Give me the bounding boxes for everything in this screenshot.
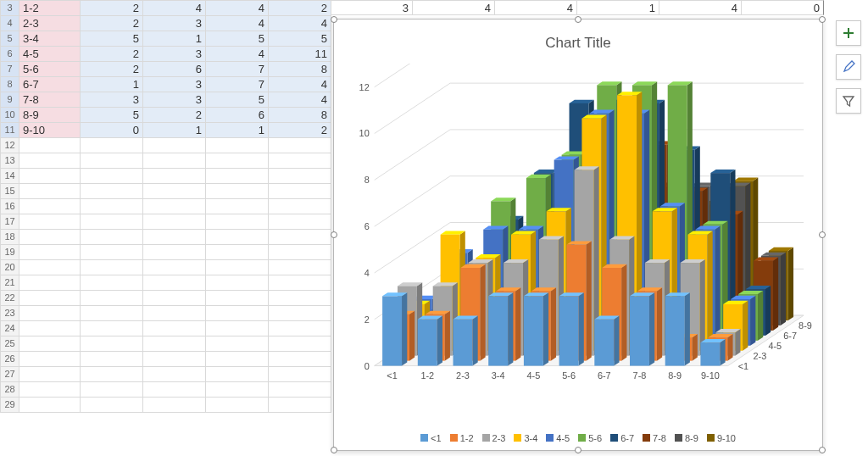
cell[interactable] <box>19 153 81 169</box>
chart-filter-button[interactable] <box>836 88 861 114</box>
cell[interactable]: 4 <box>495 0 577 15</box>
cell[interactable] <box>19 306 81 321</box>
cell[interactable] <box>19 321 81 336</box>
row-header[interactable]: 9 <box>1 92 19 108</box>
cell[interactable] <box>19 275 81 291</box>
row-header[interactable]: 13 <box>1 153 19 169</box>
cell[interactable] <box>143 398 206 413</box>
cell[interactable]: 5 <box>81 31 143 47</box>
table-row[interactable]: 75-62678 <box>1 62 331 77</box>
legend-item[interactable]: 3-4 <box>514 433 537 443</box>
cell[interactable] <box>19 214 81 230</box>
row-header[interactable]: 23 <box>1 306 19 321</box>
cell[interactable] <box>81 352 143 367</box>
cell[interactable] <box>143 230 206 245</box>
cell[interactable] <box>81 336 143 352</box>
resize-handle-w[interactable] <box>331 231 337 238</box>
legend-item[interactable]: 6-7 <box>610 433 634 443</box>
table-row[interactable]: 13 <box>1 153 331 169</box>
cell[interactable] <box>269 306 331 321</box>
legend-item[interactable]: 1-2 <box>450 433 474 443</box>
table-row[interactable]: 119-100112 <box>1 123 331 138</box>
worksheet-grid[interactable]: 31-2244242-3234453-4515564-52341175-6267… <box>0 0 331 413</box>
table-row[interactable]: 17 <box>1 214 331 230</box>
table-row[interactable]: 108-95268 <box>1 108 331 123</box>
chart-styles-button[interactable] <box>836 54 861 80</box>
row-header[interactable]: 11 <box>1 123 19 138</box>
resize-handle-nw[interactable] <box>331 16 337 23</box>
table-row[interactable]: 25 <box>1 336 331 352</box>
table-row[interactable]: 16 <box>1 199 331 214</box>
cell[interactable]: 4 <box>206 47 269 62</box>
cell[interactable]: 3 <box>143 47 206 62</box>
cell[interactable] <box>206 230 269 245</box>
cell[interactable]: 4 <box>206 1 269 16</box>
cell[interactable] <box>19 291 81 306</box>
cell[interactable] <box>81 306 143 321</box>
cell[interactable] <box>206 245 269 260</box>
cell[interactable] <box>19 398 81 413</box>
cell[interactable] <box>19 138 81 153</box>
cell[interactable] <box>19 352 81 367</box>
cell[interactable] <box>206 169 269 184</box>
cell[interactable]: 9-10 <box>19 123 81 138</box>
cell[interactable] <box>269 214 331 230</box>
cell[interactable] <box>269 199 331 214</box>
table-row[interactable]: 18 <box>1 230 331 245</box>
legend-item[interactable]: 2-3 <box>482 433 506 443</box>
cell[interactable]: 0 <box>742 0 824 15</box>
cell[interactable]: 3-4 <box>19 31 81 47</box>
table-row[interactable]: 53-45155 <box>1 31 331 47</box>
cell[interactable] <box>19 230 81 245</box>
cell[interactable] <box>19 260 81 275</box>
cell[interactable] <box>143 153 206 169</box>
table-row[interactable]: 24 <box>1 321 331 336</box>
cell[interactable] <box>19 367 81 382</box>
cell[interactable] <box>143 291 206 306</box>
row-header[interactable]: 21 <box>1 275 19 291</box>
cell[interactable] <box>269 153 331 169</box>
cell[interactable] <box>81 275 143 291</box>
cell[interactable] <box>143 169 206 184</box>
cell[interactable]: 3 <box>143 92 206 108</box>
cell[interactable] <box>206 306 269 321</box>
row-header[interactable]: 25 <box>1 336 19 352</box>
resize-handle-n[interactable] <box>575 16 581 23</box>
cell[interactable]: 5 <box>206 31 269 47</box>
cell[interactable] <box>269 382 331 398</box>
cell[interactable]: 0 <box>81 123 143 138</box>
cell[interactable]: 5 <box>81 108 143 123</box>
table-row[interactable]: 22 <box>1 291 331 306</box>
row-header[interactable]: 7 <box>1 62 19 77</box>
cell[interactable] <box>269 336 331 352</box>
cell[interactable]: 8-9 <box>19 108 81 123</box>
cell[interactable] <box>269 352 331 367</box>
table-row[interactable]: 27 <box>1 367 331 382</box>
cell[interactable] <box>143 214 206 230</box>
cell[interactable] <box>81 245 143 260</box>
legend-item[interactable]: <1 <box>420 433 442 443</box>
cell[interactable]: 8 <box>269 108 331 123</box>
cell[interactable]: 5 <box>206 92 269 108</box>
cell[interactable]: 2 <box>81 62 143 77</box>
row-header[interactable]: 15 <box>1 184 19 199</box>
legend-item[interactable]: 7-8 <box>643 433 666 443</box>
cell[interactable]: 2 <box>143 108 206 123</box>
cell[interactable] <box>269 260 331 275</box>
cell[interactable] <box>19 184 81 199</box>
resize-handle-se[interactable] <box>819 447 826 453</box>
cell[interactable]: 6 <box>206 108 269 123</box>
row-header[interactable]: 12 <box>1 138 19 153</box>
cell[interactable]: 2 <box>81 47 143 62</box>
cell[interactable] <box>206 260 269 275</box>
resize-handle-s[interactable] <box>575 447 581 453</box>
cell[interactable] <box>269 169 331 184</box>
table-row[interactable]: 23 <box>1 306 331 321</box>
cell[interactable] <box>143 367 206 382</box>
cell[interactable] <box>81 184 143 199</box>
cell[interactable] <box>81 214 143 230</box>
cell[interactable] <box>19 245 81 260</box>
table-row[interactable]: 26 <box>1 352 331 367</box>
cell[interactable]: 1-2 <box>19 1 81 16</box>
cell[interactable] <box>143 336 206 352</box>
